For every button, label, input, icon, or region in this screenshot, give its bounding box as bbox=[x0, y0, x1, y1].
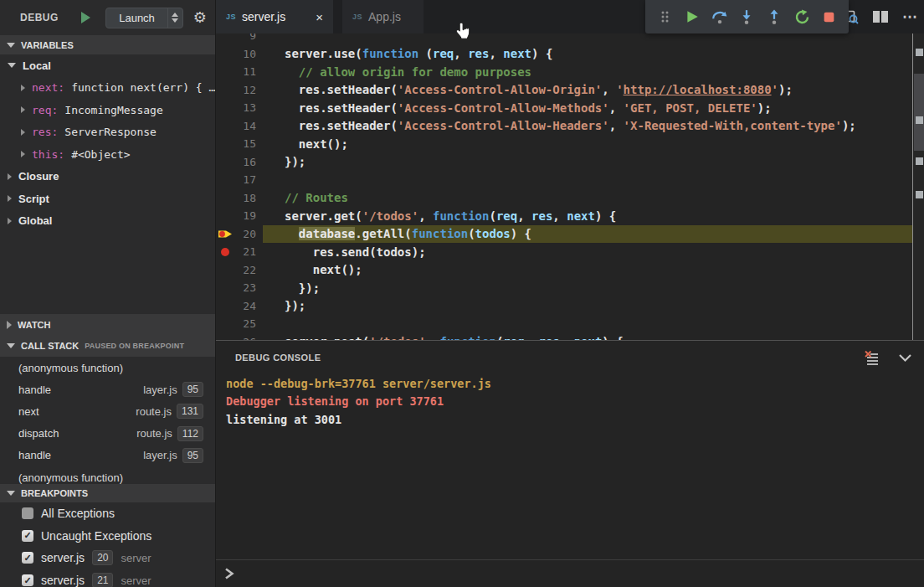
variable-scope-row[interactable]: Script bbox=[0, 188, 215, 210]
gutter-breakpoint-zone[interactable] bbox=[216, 81, 234, 100]
gutter-breakpoint-zone[interactable] bbox=[216, 153, 234, 172]
frame-line-badge: 95 bbox=[182, 448, 203, 463]
split-editor-icon[interactable] bbox=[872, 10, 889, 23]
tab-label: server.js bbox=[242, 10, 285, 23]
code-line[interactable]: 25 bbox=[216, 315, 912, 333]
variable-scope-row[interactable]: Closure bbox=[0, 166, 215, 188]
tab-server-js[interactable]: JS server.js × bbox=[216, 0, 333, 33]
variable-scope-row[interactable]: Local bbox=[0, 54, 215, 77]
step-out-button[interactable] bbox=[763, 6, 785, 28]
gutter-breakpoint-zone[interactable] bbox=[216, 243, 234, 261]
continue-button[interactable] bbox=[681, 6, 703, 28]
line-number: 16 bbox=[234, 156, 256, 168]
gutter-breakpoint-zone[interactable] bbox=[216, 135, 234, 153]
gutter-breakpoint-zone[interactable] bbox=[216, 45, 234, 64]
breakpoints-header-label: BREAKPOINTS bbox=[21, 488, 88, 498]
gutter-breakpoint-zone[interactable] bbox=[216, 63, 234, 81]
collapse-panel-icon[interactable] bbox=[898, 353, 912, 363]
breakpoint-checkbox[interactable] bbox=[22, 507, 33, 519]
gutter-breakpoint-zone[interactable] bbox=[216, 171, 234, 189]
frame-name: dispatch bbox=[18, 427, 131, 440]
code-token: , bbox=[517, 209, 531, 223]
code-line[interactable]: 18// Routes bbox=[216, 189, 912, 208]
step-over-button[interactable] bbox=[709, 6, 731, 28]
restart-button[interactable] bbox=[791, 6, 813, 28]
call-stack-header[interactable]: CALL STACK PAUSED ON BREAKPOINT bbox=[0, 335, 215, 357]
code-token: 'Access-Control-Allow-Headers' bbox=[398, 119, 609, 132]
code-line[interactable]: 26server.post('/todos', function(req, re… bbox=[216, 333, 912, 341]
code-line[interactable]: 22 next(); bbox=[216, 261, 912, 280]
breakpoint-row[interactable]: ✓Uncaught Exceptions bbox=[0, 525, 215, 548]
breakpoint-checkbox[interactable]: ✓ bbox=[22, 552, 33, 564]
code-token: }); bbox=[285, 155, 305, 168]
gutter-breakpoint-zone[interactable] bbox=[216, 315, 234, 333]
breakpoint-row[interactable]: ✓server.js21server bbox=[0, 569, 215, 587]
gutter-breakpoint-zone[interactable] bbox=[216, 117, 234, 136]
gear-icon[interactable]: ⚙ bbox=[193, 8, 207, 27]
code-line[interactable]: 23 }); bbox=[216, 279, 912, 297]
code-token: next(); bbox=[285, 137, 348, 151]
breakpoint-row[interactable]: All Exceptions bbox=[0, 502, 215, 525]
variable-row[interactable]: req:IncomingMessage bbox=[0, 99, 215, 121]
code-line[interactable]: 21 res.send(todos); bbox=[216, 243, 912, 261]
stack-frame-row[interactable]: handlelayer.js95 bbox=[0, 378, 215, 400]
gutter-breakpoint-zone[interactable] bbox=[216, 333, 234, 341]
code-token: server.use( bbox=[285, 47, 362, 60]
code-line[interactable]: 14 res.setHeader('Access-Control-Allow-H… bbox=[216, 117, 912, 136]
tab-app-js[interactable]: JS App.js bbox=[342, 0, 424, 33]
start-debug-button[interactable] bbox=[77, 8, 94, 27]
watch-header[interactable]: WATCH bbox=[0, 314, 215, 335]
gutter-breakpoint-zone[interactable] bbox=[216, 189, 234, 208]
breakpoint-checkbox[interactable]: ✓ bbox=[22, 574, 33, 586]
code-line[interactable]: 10server.use(function (req, res, next) { bbox=[216, 45, 912, 64]
code-token: req bbox=[496, 209, 517, 223]
gutter-breakpoint-zone[interactable] bbox=[216, 261, 234, 280]
code-line[interactable]: 12 res.setHeader('Access-Control-Allow-O… bbox=[216, 81, 912, 100]
variable-row[interactable]: next:function next(err) { … bbox=[0, 77, 215, 100]
gutter-breakpoint-zone[interactable] bbox=[216, 279, 234, 297]
code-line[interactable]: 17 bbox=[216, 171, 912, 189]
stack-frame-row[interactable]: handlelayer.js95 bbox=[0, 445, 215, 466]
step-into-button[interactable] bbox=[736, 6, 757, 28]
code-line[interactable]: 11 // allow origin for demo purposes bbox=[216, 63, 912, 81]
launch-config-dropdown[interactable]: Launch bbox=[105, 8, 183, 28]
frame-file: route.js bbox=[136, 427, 172, 440]
gutter-breakpoint-zone[interactable] bbox=[216, 33, 234, 45]
code-line[interactable]: 16}); bbox=[216, 153, 912, 172]
stack-frame-row[interactable]: dispatchroute.js112 bbox=[0, 423, 215, 445]
clear-console-icon[interactable] bbox=[864, 350, 880, 366]
gutter-breakpoint-zone[interactable] bbox=[216, 99, 234, 117]
variables-header-label: VARIABLES bbox=[21, 40, 74, 50]
code-editor[interactable]: 910server.use(function (req, res, next) … bbox=[216, 33, 924, 340]
debug-sidebar: DEBUG Launch ⚙ VARIABLES Localnext:funct… bbox=[0, 0, 216, 587]
gutter-breakpoint-zone[interactable] bbox=[216, 207, 234, 225]
variable-row[interactable]: this:#<Object> bbox=[0, 143, 215, 166]
stop-button[interactable] bbox=[819, 6, 840, 28]
variable-row[interactable]: res:ServerResponse bbox=[0, 121, 215, 144]
stack-frame-row[interactable]: (anonymous function) bbox=[0, 357, 215, 378]
variable-scope-row[interactable]: Global bbox=[0, 210, 215, 233]
variables-header[interactable]: VARIABLES bbox=[0, 35, 215, 54]
code-token: function bbox=[412, 227, 468, 240]
code-line[interactable]: 24}); bbox=[216, 297, 912, 316]
gutter-breakpoint-zone[interactable] bbox=[216, 225, 234, 244]
code-line[interactable]: 9 bbox=[216, 33, 912, 45]
code-line[interactable]: 20 database.getAll(function(todos) { bbox=[216, 225, 912, 244]
scrollbar-thumb[interactable] bbox=[914, 74, 924, 151]
code-line[interactable]: 19server.get('/todos', function(req, res… bbox=[216, 207, 912, 225]
breakpoints-header[interactable]: BREAKPOINTS bbox=[0, 484, 215, 502]
breakpoint-row[interactable]: ✓server.js20server bbox=[0, 547, 215, 569]
close-icon[interactable]: × bbox=[316, 11, 323, 23]
toolbar-grip-icon[interactable] bbox=[654, 6, 675, 28]
call-stack-list: (anonymous function)handlelayer.js95next… bbox=[0, 357, 215, 484]
code-line[interactable]: 15 next(); bbox=[216, 135, 912, 153]
stack-frame-row[interactable]: (anonymous function) bbox=[0, 466, 215, 484]
line-number: 23 bbox=[234, 281, 256, 294]
code-line[interactable]: 13 res.setHeader('Access-Control-Allow-M… bbox=[216, 99, 912, 117]
breakpoint-checkbox[interactable]: ✓ bbox=[22, 530, 33, 542]
variable-value: function next(err) { … bbox=[71, 81, 215, 94]
more-actions-icon[interactable]: ⋯ bbox=[902, 8, 917, 26]
gutter-breakpoint-zone[interactable] bbox=[216, 297, 234, 316]
stack-frame-row[interactable]: nextroute.js131 bbox=[0, 400, 215, 422]
console-input[interactable] bbox=[216, 559, 924, 587]
